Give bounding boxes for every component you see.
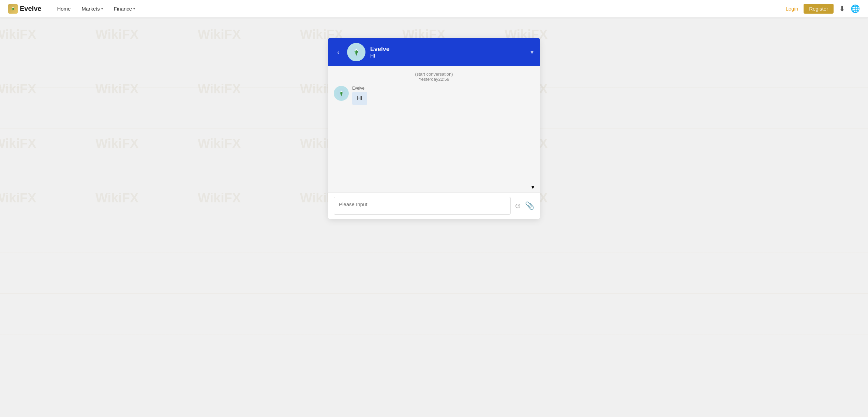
message-content: Evelve HI	[352, 86, 367, 105]
brand-name: Evelve	[20, 5, 41, 13]
brand-logo[interactable]: Evelve	[8, 4, 41, 14]
chat-header: ‹ Evelve HI ▾	[328, 38, 540, 66]
agent-name-header: Evelve	[370, 46, 526, 53]
agent-status-header: HI	[370, 53, 526, 59]
chat-window: ‹ Evelve HI ▾ (start conversation) Yeste…	[328, 38, 540, 219]
header-scroll-icon: ▾	[530, 48, 534, 56]
message-input[interactable]	[334, 197, 511, 215]
navbar-right: Login Register ⬇ 🌐	[785, 4, 860, 14]
globe-icon[interactable]: 🌐	[851, 4, 860, 13]
message-row: Evelve HI	[334, 86, 534, 105]
message-bubble: HI	[352, 92, 367, 105]
emoji-icon[interactable]: ☺	[514, 201, 522, 210]
nav-links: Home Markets ▾ Finance ▾	[52, 3, 785, 14]
agent-avatar-message	[334, 86, 349, 101]
scroll-down-icon: ▾	[532, 184, 534, 190]
login-link[interactable]: Login	[785, 6, 798, 12]
main-content: ‹ Evelve HI ▾ (start conversation) Yeste…	[0, 18, 868, 417]
download-icon[interactable]: ⬇	[839, 4, 845, 13]
finance-arrow-icon: ▾	[133, 7, 135, 11]
conversation-start-label: (start conversation) Yesterday22:59	[334, 72, 534, 82]
agent-info-header: Evelve HI	[370, 46, 526, 59]
chat-input-wrapper: ☺ 📎	[334, 197, 534, 215]
logo-icon	[8, 4, 18, 14]
chat-messages-area: (start conversation) Yesterday22:59 Evel…	[328, 66, 540, 182]
nav-finance[interactable]: Finance ▾	[109, 3, 140, 14]
scroll-down-indicator[interactable]: ▾	[328, 182, 540, 192]
attach-icon[interactable]: 📎	[525, 201, 534, 210]
back-button[interactable]: ‹	[334, 47, 342, 58]
navbar: Evelve Home Markets ▾ Finance ▾ Login Re…	[0, 0, 868, 18]
register-button[interactable]: Register	[804, 4, 834, 14]
markets-arrow-icon: ▾	[101, 7, 103, 11]
message-sender: Evelve	[352, 86, 367, 91]
nav-markets[interactable]: Markets ▾	[77, 3, 107, 14]
agent-avatar-header	[347, 43, 365, 61]
input-icons: ☺ 📎	[514, 201, 534, 210]
nav-home[interactable]: Home	[52, 3, 75, 14]
chat-input-area: ☺ 📎	[328, 192, 540, 219]
